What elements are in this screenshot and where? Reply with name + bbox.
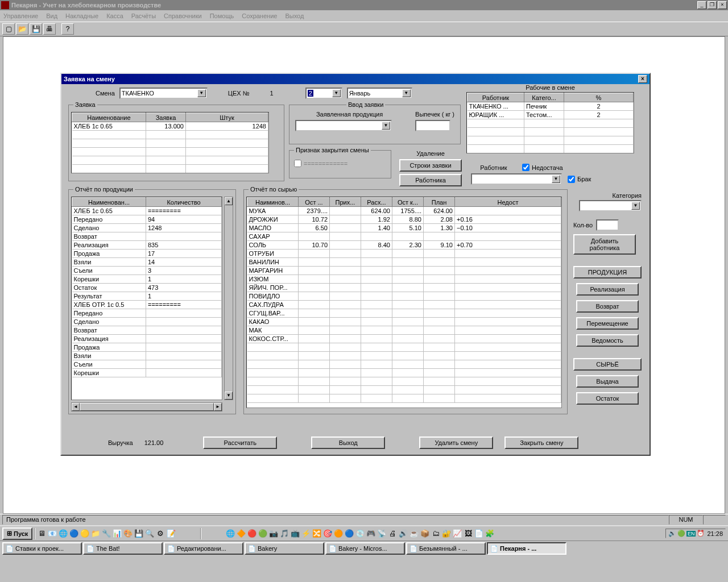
month-combo[interactable]: Январь ▼ bbox=[347, 88, 412, 99]
save-icon[interactable]: 💾 bbox=[30, 23, 42, 35]
ql-icon[interactable]: 📁 bbox=[91, 529, 100, 538]
baked-input[interactable] bbox=[415, 120, 450, 131]
ql-icon[interactable]: 🔧 bbox=[102, 529, 111, 538]
clock[interactable]: 21:28 bbox=[707, 530, 723, 537]
ql-icon[interactable]: 🔍 bbox=[145, 529, 154, 538]
chevron-down-icon[interactable]: ▼ bbox=[197, 89, 206, 97]
ql-icon[interactable]: 🖨 bbox=[388, 529, 397, 538]
restore-button[interactable]: ❐ bbox=[708, 1, 717, 9]
day-combo[interactable]: 2 ▼ bbox=[305, 88, 342, 99]
worker-combo[interactable]: ▼ bbox=[471, 173, 562, 185]
tray-icon[interactable]: ⏰ bbox=[697, 530, 705, 537]
raw-button[interactable]: СЫРЬЁ bbox=[573, 358, 642, 371]
delete-shift-button[interactable]: Удалить смену bbox=[419, 436, 493, 449]
taskbar-button[interactable]: 📄The Bat! bbox=[83, 542, 163, 555]
menu-item[interactable]: Управление bbox=[3, 13, 38, 19]
chevron-down-icon[interactable]: ▼ bbox=[402, 89, 411, 97]
ql-icon[interactable]: 🖼 bbox=[464, 529, 473, 538]
menu-item[interactable]: Помощь bbox=[210, 13, 234, 19]
close-sign-checkbox[interactable] bbox=[294, 160, 301, 167]
help-icon[interactable]: ? bbox=[61, 23, 74, 35]
ql-icon[interactable]: 📦 bbox=[420, 529, 429, 538]
ql-icon[interactable]: 🌐 bbox=[226, 529, 235, 538]
ql-icon[interactable]: 🔶 bbox=[237, 529, 246, 538]
ql-icon[interactable]: ⚡ bbox=[301, 529, 311, 538]
ql-icon[interactable]: 🟡 bbox=[80, 529, 89, 538]
scrollbar-vertical[interactable]: ▲ ▼ bbox=[224, 197, 233, 400]
qty-input[interactable] bbox=[596, 219, 619, 231]
ql-icon[interactable]: 🗂 bbox=[431, 529, 440, 538]
declared-combo[interactable]: ▼ bbox=[295, 120, 392, 131]
ql-icon[interactable]: 📷 bbox=[269, 529, 278, 538]
delete-worker-button[interactable]: Работника bbox=[399, 174, 462, 186]
ql-icon[interactable]: 💿 bbox=[355, 529, 365, 538]
ql-icon[interactable]: 🎨 bbox=[123, 529, 133, 538]
product-button[interactable]: ПРОДУКЦИЯ bbox=[573, 266, 642, 278]
issue-button[interactable]: Выдача bbox=[576, 375, 639, 388]
category-combo[interactable]: ▼ bbox=[579, 200, 642, 211]
ql-icon[interactable]: 🔐 bbox=[442, 529, 451, 538]
chevron-down-icon[interactable]: ▼ bbox=[382, 122, 390, 130]
ql-icon[interactable]: 🖥 bbox=[37, 529, 46, 538]
close-button[interactable]: × bbox=[718, 1, 727, 9]
taskbar-button[interactable]: 📄Редактировани... bbox=[164, 542, 243, 555]
chevron-down-icon[interactable]: ▼ bbox=[552, 175, 560, 183]
ql-icon[interactable]: 🟠 bbox=[334, 529, 343, 538]
taskbar-button[interactable]: 📄Bakery bbox=[245, 542, 324, 555]
ql-icon[interactable]: 🎮 bbox=[366, 529, 375, 538]
ql-icon[interactable]: 📈 bbox=[453, 529, 462, 538]
scrollbar-horizontal[interactable]: ◄► bbox=[71, 402, 222, 411]
ql-icon[interactable]: 📊 bbox=[113, 529, 122, 538]
menu-item[interactable]: Вид bbox=[46, 13, 57, 19]
ql-icon[interactable]: 🔵 bbox=[345, 529, 354, 538]
ql-icon[interactable]: ⚙ bbox=[156, 529, 165, 538]
workers-grid[interactable]: РаботникКатего...%ТКАЧЕНКО ...Печник2ЮРА… bbox=[466, 92, 634, 153]
ql-icon[interactable]: 📡 bbox=[377, 529, 386, 538]
close-shift-button[interactable]: Закрыть смену bbox=[504, 436, 578, 449]
defect-checkbox[interactable] bbox=[568, 176, 575, 183]
calculate-button[interactable]: Рассчитать bbox=[203, 436, 277, 449]
move-button[interactable]: Перемещение bbox=[576, 317, 639, 330]
ql-icon[interactable]: 🔀 bbox=[312, 529, 321, 538]
ql-icon[interactable]: 🎯 bbox=[323, 529, 332, 538]
tray-lang[interactable]: EN bbox=[686, 531, 696, 537]
chevron-down-icon[interactable]: ▼ bbox=[332, 89, 341, 97]
ql-icon[interactable]: 🧩 bbox=[485, 529, 494, 538]
taskbar-button[interactable]: 📄Ставки к проек... bbox=[2, 542, 82, 555]
add-worker-button[interactable]: Добавить работника bbox=[573, 234, 636, 255]
minimize-button[interactable]: _ bbox=[697, 1, 706, 9]
menu-item[interactable]: Выход bbox=[285, 13, 304, 19]
tray-icon[interactable]: 🔊 bbox=[668, 530, 676, 537]
ql-icon[interactable]: 📝 bbox=[167, 529, 176, 538]
taskbar-button[interactable]: 📄Пекарня - ... bbox=[487, 542, 566, 555]
ql-icon[interactable]: ☕ bbox=[410, 529, 419, 538]
rest-button[interactable]: Остаток bbox=[576, 392, 639, 405]
delete-rows-button[interactable]: Строки заявки bbox=[399, 159, 462, 172]
raw-report-grid[interactable]: Наиминов...Ост ...Прих...Расх...Ост к...… bbox=[246, 197, 562, 408]
shortage-checkbox[interactable] bbox=[522, 164, 530, 171]
start-button[interactable]: ⊞ Пуск bbox=[2, 527, 32, 540]
product-report-grid[interactable]: Наименован...КоличествоХЛЕБ 1с 0.65=====… bbox=[71, 197, 222, 400]
ql-icon[interactable]: 🌐 bbox=[59, 529, 68, 538]
dialog-titlebar[interactable]: Заявка на смену × bbox=[61, 74, 650, 84]
request-grid[interactable]: НаименованиеЗаявкаШтукХЛЕБ 1с 0.6513.000… bbox=[71, 112, 269, 173]
new-icon[interactable]: ▢ bbox=[2, 23, 15, 35]
ql-icon[interactable]: 🎵 bbox=[280, 529, 289, 538]
ql-icon[interactable]: 📧 bbox=[48, 529, 57, 538]
ql-icon[interactable]: 📄 bbox=[474, 529, 483, 538]
realization-button[interactable]: Реализация bbox=[576, 283, 639, 296]
ql-icon[interactable]: 🟢 bbox=[258, 529, 267, 538]
return-button[interactable]: Возврат bbox=[576, 300, 639, 313]
print-icon[interactable]: 🖶 bbox=[43, 23, 56, 35]
sheet-button[interactable]: Ведомость bbox=[576, 334, 639, 347]
ql-icon[interactable]: 📺 bbox=[291, 529, 300, 538]
menu-item[interactable]: Справочники bbox=[164, 13, 202, 19]
ql-icon[interactable]: 🔊 bbox=[399, 529, 408, 538]
dialog-close-button[interactable]: × bbox=[638, 75, 647, 83]
tray-icon[interactable]: 🟢 bbox=[677, 530, 685, 537]
open-icon[interactable]: 📂 bbox=[16, 23, 28, 35]
menu-item[interactable]: Касса bbox=[106, 13, 123, 19]
menu-item[interactable]: Накладные bbox=[65, 13, 98, 19]
shift-combo[interactable]: ТКАЧЕНКО ▼ bbox=[119, 88, 208, 99]
menu-item[interactable]: Сохранение bbox=[242, 13, 277, 19]
